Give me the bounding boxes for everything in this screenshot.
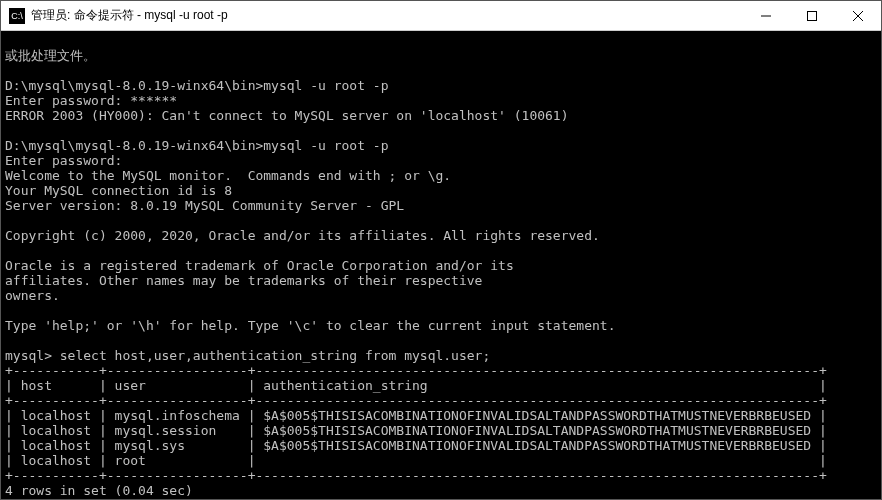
output-line: Enter password: [5, 153, 122, 168]
cmd-icon: C:\ [9, 8, 25, 24]
table-border: +-----------+------------------+--------… [5, 393, 827, 408]
close-button[interactable] [835, 1, 881, 30]
output-line: Oracle is a registered trademark of Orac… [5, 258, 514, 273]
minimize-button[interactable] [743, 1, 789, 30]
table-border: +-----------+------------------+--------… [5, 363, 827, 378]
output-line: D:\mysql\mysql-8.0.19-winx64\bin>mysql -… [5, 138, 389, 153]
window-buttons [743, 1, 881, 30]
output-line: Welcome to the MySQL monitor. Commands e… [5, 168, 451, 183]
output-line: Copyright (c) 2000, 2020, Oracle and/or … [5, 228, 600, 243]
table-row: | localhost | mysql.sys | $A$005$THISISA… [5, 438, 827, 453]
output-line: D:\mysql\mysql-8.0.19-winx64\bin>mysql -… [5, 78, 389, 93]
output-line: Your MySQL connection id is 8 [5, 183, 232, 198]
table-row: | localhost | mysql.session | $A$005$THI… [5, 423, 827, 438]
terminal-output[interactable]: 或批处理文件。 D:\mysql\mysql-8.0.19-winx64\bin… [1, 31, 881, 500]
output-line: affiliates. Other names may be trademark… [5, 273, 482, 288]
output-line: Type 'help;' or '\h' for help. Type '\c'… [5, 318, 615, 333]
output-line: 或批处理文件。 [5, 48, 96, 63]
table-row: | localhost | root | | [5, 453, 827, 468]
window-title: 管理员: 命令提示符 - mysql -u root -p [31, 7, 743, 24]
output-line: Server version: 8.0.19 MySQL Community S… [5, 198, 404, 213]
titlebar: C:\ 管理员: 命令提示符 - mysql -u root -p [1, 1, 881, 31]
output-line: Enter password: ****** [5, 93, 177, 108]
table-row: | localhost | mysql.infoschema | $A$005$… [5, 408, 827, 423]
svg-rect-0 [808, 11, 817, 20]
output-line: mysql> select host,user,authentication_s… [5, 348, 490, 363]
output-line: ERROR 2003 (HY000): Can't connect to MyS… [5, 108, 569, 123]
table-header: | host | user | authentication_string | [5, 378, 827, 393]
table-border: +-----------+------------------+--------… [5, 468, 827, 483]
output-line: owners. [5, 288, 60, 303]
maximize-button[interactable] [789, 1, 835, 30]
output-line: 4 rows in set (0.04 sec) [5, 483, 193, 498]
